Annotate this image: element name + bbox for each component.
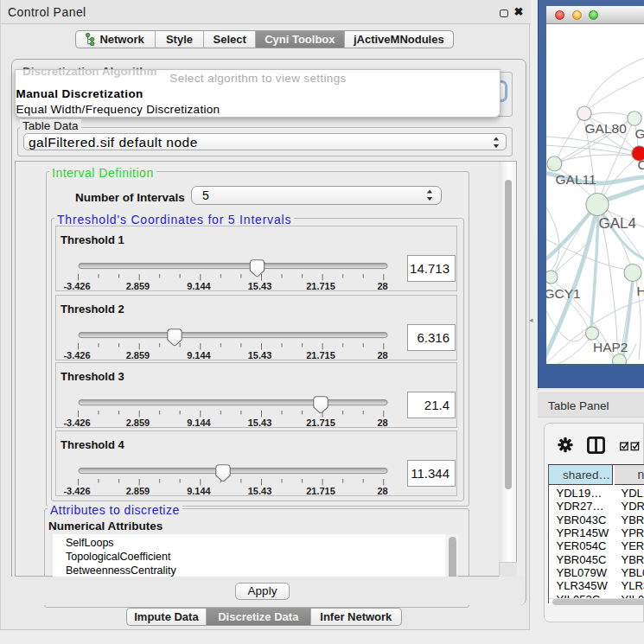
svg-text:GAL8: GAL8: [634, 125, 644, 140]
svg-text:CC: CC: [637, 156, 644, 171]
svg-text:HAP2: HAP2: [593, 340, 628, 354]
svg-text:GCY1: GCY1: [546, 285, 581, 300]
svg-text:GAL11: GAL11: [555, 171, 596, 186]
svg-text:GAL4: GAL4: [598, 214, 635, 231]
svg-text:GAL80: GAL80: [584, 120, 627, 135]
svg-text:HI: HI: [636, 284, 644, 298]
